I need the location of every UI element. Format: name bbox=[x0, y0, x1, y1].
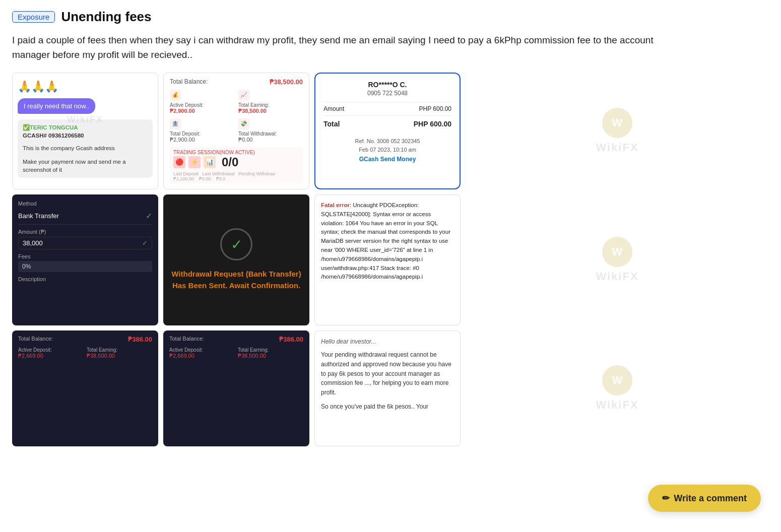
big-check-icon: ✓ bbox=[220, 228, 252, 260]
bal-value-2: ₱386.00 bbox=[279, 336, 303, 343]
page-title: Unending fees bbox=[61, 9, 151, 25]
total-withdrawal-label: Total Withdrawal: bbox=[238, 131, 303, 137]
write-comment-icon: ✏ bbox=[662, 493, 670, 504]
amount-label: Amount (₱) bbox=[18, 229, 152, 235]
description-label: Description bbox=[18, 276, 152, 282]
write-comment-label: Write a comment bbox=[674, 493, 747, 504]
error-card: Fatal error: Uncaught PDOException: SQLS… bbox=[314, 194, 461, 325]
fatal-label: Fatal error bbox=[321, 202, 350, 208]
header-row: Exposure Unending fees bbox=[12, 9, 769, 25]
write-comment-button[interactable]: ✏ Write a comment bbox=[648, 485, 761, 512]
ref-section: Ref. No. 3008 052 302345 Feb 07 2023, 10… bbox=[323, 137, 451, 164]
ref-label: Ref. No. 3008 052 302345 bbox=[323, 137, 451, 146]
wikifx-watermark-big: W WikiFX bbox=[596, 108, 638, 154]
emoji-row: 🙏🙏🙏 bbox=[18, 80, 153, 93]
row-2: Method Bank Transfer ✓ Amount (₱) 38,000… bbox=[12, 194, 769, 325]
wikifx-watermark-big-3: W WikiFX bbox=[596, 365, 638, 412]
chat-bubble: I really need that now.. bbox=[18, 98, 95, 114]
bal-value-1: ₱386.00 bbox=[128, 336, 152, 343]
exposure-badge: Exposure bbox=[12, 11, 55, 23]
page-wrapper: Exposure Unending fees I paid a couple o… bbox=[0, 0, 781, 460]
total-deposit-icon: 🏦 bbox=[170, 118, 181, 129]
wikifx-watermark-big-2: W WikiFX bbox=[596, 237, 638, 283]
receipt-name: RO*****O C. bbox=[323, 81, 451, 89]
total-withdrawal-value: ₱0.00 bbox=[238, 137, 303, 143]
error-text: : Uncaught PDOException: SQLSTATE[42000]… bbox=[321, 202, 450, 280]
email-greeting: Hello dear investor... bbox=[321, 337, 454, 347]
total-deposit-value: ₱2,900.00 bbox=[170, 137, 234, 143]
total-earning-value: ₱38,500.00 bbox=[238, 108, 303, 114]
amount-value: PHP 600.00 bbox=[419, 105, 452, 112]
email-para2: So once you've paid the 6k pesos.. Your bbox=[321, 402, 454, 412]
wikifx-watermark-col-3: W WikiFX bbox=[466, 330, 769, 446]
total-deposit-label: Total Deposit: bbox=[170, 131, 234, 137]
active-deposit-label: Active Deposit: bbox=[170, 102, 234, 108]
email-card: Hello dear investor... Your pending with… bbox=[314, 330, 461, 446]
wikifx-logo-circle-2: W bbox=[602, 237, 632, 267]
total-earn-lbl-1: Total Earning: bbox=[87, 347, 152, 353]
amount-label: Amount bbox=[323, 105, 344, 112]
total-earning-icon: 📈 bbox=[238, 90, 249, 101]
active-dep-val-2: ₱2,669.00 bbox=[169, 353, 235, 359]
active-deposit-icon: 💰 bbox=[170, 90, 181, 101]
wikifx-logo-circle-3: W bbox=[602, 365, 632, 395]
total-value: PHP 600.00 bbox=[414, 120, 451, 128]
bal-label-2: Total Balance: bbox=[169, 336, 204, 343]
gcash-label: ✅TERIC TONGCUA bbox=[23, 123, 148, 131]
active-dep-lbl-1: Active Deposit: bbox=[18, 347, 84, 353]
chat-screenshot-card: 🙏🙏🙏 I really need that now.. ✅TERIC TONG… bbox=[12, 73, 158, 189]
wikifx-watermark-col: W WikiFX bbox=[466, 73, 769, 189]
wikifx-text: WikiFX bbox=[596, 141, 638, 154]
receipt-phone: 0905 722 5048 bbox=[323, 90, 451, 97]
session-icon-2: ⚡ bbox=[188, 156, 201, 168]
balance-dark-card-1: Total Balance: ₱386.00 Active Deposit: ₱… bbox=[12, 330, 158, 446]
wikifx-watermark-col-2: W WikiFX bbox=[466, 194, 769, 325]
confirm-text: Withdrawal Request (Bank Transfer) Has B… bbox=[171, 269, 301, 291]
total-earning-label: Total Earning: bbox=[238, 102, 303, 108]
fees-label: Fees bbox=[18, 253, 152, 259]
session-icon-1: 🔴 bbox=[173, 156, 185, 168]
active-dep-val-1: ₱2,669.00 bbox=[18, 353, 84, 359]
amount-value: 38,000 bbox=[23, 239, 43, 247]
bank-transfer-check: ✓ bbox=[146, 211, 152, 221]
total-earn-val-1: ₱38,500.00 bbox=[87, 353, 152, 359]
session-row: TRADING SESSION(NOW ACTIVE) 🔴 ⚡ 📊 0/0 La… bbox=[170, 147, 303, 184]
method-dark-card: Method Bank Transfer ✓ Amount (₱) 38,000… bbox=[12, 194, 158, 325]
company-text: This is the company Gcash address bbox=[23, 144, 148, 152]
date-label: Feb 07 2023, 10:10 am bbox=[323, 146, 451, 155]
active-dep-lbl-2: Active Deposit: bbox=[169, 347, 235, 353]
bank-transfer-label: Bank Transfer bbox=[18, 212, 59, 220]
total-earn-val-2: ₱38,500.00 bbox=[238, 353, 303, 359]
total-balance-label: Total Balance: bbox=[170, 78, 208, 85]
session-value: 0/0 bbox=[222, 155, 238, 169]
balance-card-1: Total Balance: ₱38,500.00 💰 Active Depos… bbox=[163, 73, 309, 189]
gcash-send-label: GCash Send Money bbox=[323, 155, 451, 164]
email-para1: Your pending withdrawal request cannot b… bbox=[321, 350, 454, 397]
gcash-number: GCASH# 09361206580 bbox=[23, 131, 148, 140]
gcash-info: ✅TERIC TONGCUA GCASH# 09361206580 This i… bbox=[18, 119, 153, 178]
session-label: TRADING SESSION(NOW ACTIVE) bbox=[173, 150, 299, 155]
wikifx-text-3: WikiFX bbox=[596, 398, 638, 412]
wikifx-text-2: WikiFX bbox=[596, 270, 638, 283]
row-1: 🙏🙏🙏 I really need that now.. ✅TERIC TONG… bbox=[12, 73, 769, 189]
total-label: Total bbox=[323, 120, 340, 128]
total-withdrawal-icon: 💸 bbox=[238, 118, 249, 129]
total-earn-lbl-2: Total Earning: bbox=[238, 347, 303, 353]
method-confirm-card: ✓ Withdrawal Request (Bank Transfer) Has… bbox=[163, 194, 309, 325]
total-balance-value: ₱38,500.00 bbox=[270, 78, 303, 86]
payment-text: Make your payment now and send me a scre… bbox=[23, 158, 148, 174]
amount-check-icon: ✓ bbox=[142, 239, 148, 247]
fees-value: 0% bbox=[18, 261, 152, 272]
balance-dark-card-2: Total Balance: ₱386.00 Active Deposit: ₱… bbox=[163, 330, 309, 446]
bal-label-1: Total Balance: bbox=[18, 336, 53, 343]
row-3: Total Balance: ₱386.00 Active Deposit: ₱… bbox=[12, 330, 769, 446]
active-deposit-value: ₱2,900.00 bbox=[170, 108, 234, 114]
wikifx-logo-circle: W bbox=[602, 108, 632, 138]
session-icon-3: 📊 bbox=[204, 156, 216, 168]
description-text: I paid a couple of fees then when they s… bbox=[12, 33, 692, 62]
payment-receipt-card: RO*****O C. 0905 722 5048 Amount PHP 600… bbox=[314, 73, 461, 189]
